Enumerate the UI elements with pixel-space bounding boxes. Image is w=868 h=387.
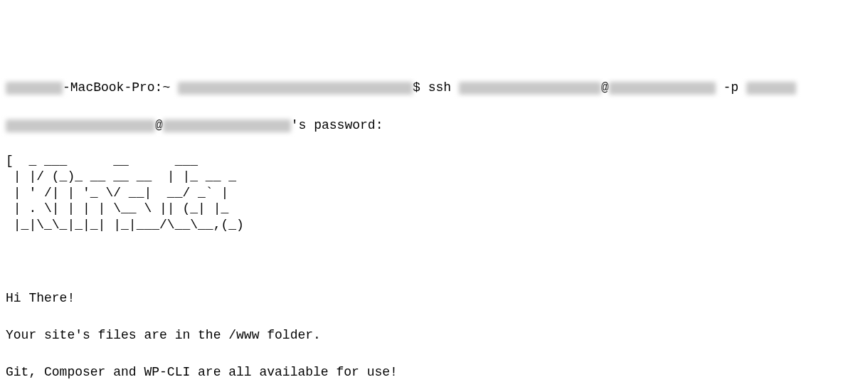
redacted-ssh-host [609,82,716,95]
motd-line-3: Git, Composer and WP-CLI are all availab… [6,363,862,381]
redacted-password-host [163,120,291,132]
ssh-command-line: -MacBook-Pro:~ $ ssh @ -p [6,78,862,97]
port-flag: -p [716,80,746,95]
redacted-ssh-user [459,82,601,95]
at-symbol-2: @ [155,118,163,132]
redacted-local-user [178,82,413,95]
motd-line-1: Hi There! [6,289,862,307]
password-prompt-line: @'s password: [6,116,862,134]
hostname-suffix: -MacBook-Pro:~ [63,80,178,95]
blank-line-1 [6,251,862,270]
redacted-port [746,82,796,95]
redacted-password-user [6,120,155,132]
redacted-hostname-user [6,82,63,95]
motd-line-2: Your site's files are in the /www folder… [6,326,862,344]
at-symbol: @ [601,80,609,95]
password-label: 's password: [291,118,383,132]
kinsta-ascii-logo: [ _ ___ __ ___ | |/ (_)_ __ __ __ | |_ _… [6,153,862,233]
shell-dollar-ssh: $ ssh [413,80,459,95]
